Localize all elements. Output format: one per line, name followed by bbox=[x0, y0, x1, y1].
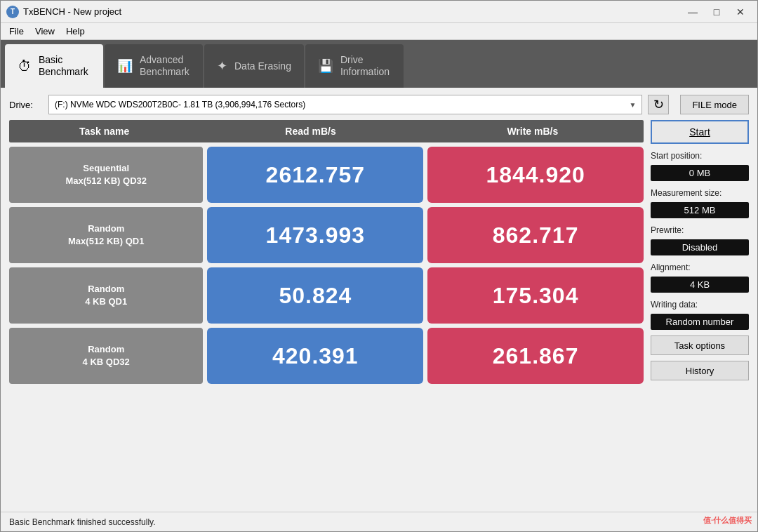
drive-select-value: (F:) NVMe WDC WDS200T2B0C- 1.81 TB (3,90… bbox=[55, 100, 630, 109]
row4-read: 420.391 bbox=[207, 328, 423, 384]
refresh-button[interactable]: ↻ bbox=[648, 95, 669, 114]
table-row: Random4 KB QD1 50.824 175.304 bbox=[9, 267, 644, 324]
alignment-value: 4 KB bbox=[651, 277, 749, 293]
data-erasing-icon: ✦ bbox=[217, 58, 227, 74]
tab-advanced-label: AdvancedBenchmark bbox=[140, 54, 190, 78]
table-header: Task name Read mB/s Write mB/s bbox=[9, 120, 644, 142]
history-button[interactable]: History bbox=[651, 361, 749, 380]
drive-dropdown-arrow: ▼ bbox=[630, 101, 637, 109]
main-content: Drive: (F:) NVMe WDC WDS200T2B0C- 1.81 T… bbox=[1, 88, 757, 512]
window-controls: — □ ✕ bbox=[681, 4, 752, 20]
advanced-benchmark-icon: 📊 bbox=[117, 58, 133, 74]
window-title: TxBENCH - New project bbox=[23, 6, 681, 17]
drive-bar: Drive: (F:) NVMe WDC WDS200T2B0C- 1.81 T… bbox=[9, 95, 749, 114]
refresh-icon: ↻ bbox=[653, 97, 664, 112]
close-button[interactable]: ✕ bbox=[729, 4, 752, 20]
tab-erasing-label: Data Erasing bbox=[234, 60, 291, 72]
tab-data-erasing[interactable]: ✦ Data Erasing bbox=[204, 44, 304, 88]
writing-data-value: Random number bbox=[651, 314, 749, 330]
tab-bar: ⏱ BasicBenchmark 📊 AdvancedBenchmark ✦ D… bbox=[1, 40, 757, 88]
sidebar: Start Start position: 0 MB Measurement s… bbox=[651, 120, 749, 505]
header-task: Task name bbox=[9, 120, 199, 142]
row2-write: 862.717 bbox=[427, 207, 644, 263]
status-text: Basic Benchmark finished successfully. bbox=[9, 517, 156, 527]
row4-write: 261.867 bbox=[427, 328, 644, 384]
maximize-button[interactable]: □ bbox=[705, 4, 728, 20]
task-options-button[interactable]: Task options bbox=[651, 335, 749, 355]
header-read: Read mB/s bbox=[199, 120, 421, 142]
tab-basic-label: BasicBenchmark bbox=[39, 54, 88, 78]
row1-read: 2612.757 bbox=[207, 147, 423, 203]
row4-label: Random4 KB QD32 bbox=[9, 328, 203, 384]
row3-write: 175.304 bbox=[427, 267, 644, 324]
row2-read: 1473.993 bbox=[207, 207, 423, 263]
row1-label: SequentialMax(512 KB) QD32 bbox=[9, 147, 203, 203]
tab-drive-label: DriveInformation bbox=[340, 54, 390, 78]
measurement-size-label: Measurement size: bbox=[651, 188, 749, 198]
menu-view[interactable]: View bbox=[29, 25, 60, 38]
basic-benchmark-icon: ⏱ bbox=[18, 58, 32, 74]
app-icon: T bbox=[6, 6, 19, 18]
header-write: Write mB/s bbox=[422, 120, 644, 142]
table-row: Random4 KB QD32 420.391 261.867 bbox=[9, 328, 644, 384]
menubar: File View Help bbox=[1, 23, 757, 40]
table-row: RandomMax(512 KB) QD1 1473.993 862.717 bbox=[9, 207, 644, 263]
benchmark-table: Task name Read mB/s Write mB/s Sequentia… bbox=[9, 120, 644, 505]
statusbar: Basic Benchmark finished successfully. bbox=[1, 512, 757, 531]
row3-label: Random4 KB QD1 bbox=[9, 267, 203, 324]
row2-label: RandomMax(512 KB) QD1 bbox=[9, 207, 203, 263]
tab-basic-benchmark[interactable]: ⏱ BasicBenchmark bbox=[5, 44, 103, 88]
start-button[interactable]: Start bbox=[651, 120, 749, 144]
start-position-label: Start position: bbox=[651, 151, 749, 161]
titlebar: T TxBENCH - New project — □ ✕ bbox=[1, 1, 757, 23]
prewrite-label: Prewrite: bbox=[651, 225, 749, 235]
benchmark-container: Task name Read mB/s Write mB/s Sequentia… bbox=[9, 120, 749, 505]
start-position-value: 0 MB bbox=[651, 165, 749, 181]
drive-label: Drive: bbox=[9, 100, 43, 110]
menu-file[interactable]: File bbox=[4, 25, 29, 38]
prewrite-value: Disabled bbox=[651, 239, 749, 255]
table-row: SequentialMax(512 KB) QD32 2612.757 1844… bbox=[9, 147, 644, 203]
tab-advanced-benchmark[interactable]: 📊 AdvancedBenchmark bbox=[105, 44, 203, 88]
row1-write: 1844.920 bbox=[427, 147, 644, 203]
menu-help[interactable]: Help bbox=[60, 25, 91, 38]
measurement-size-value: 512 MB bbox=[651, 202, 749, 218]
row3-read: 50.824 bbox=[207, 267, 423, 324]
drive-info-icon: 💾 bbox=[318, 58, 333, 74]
alignment-label: Alignment: bbox=[651, 262, 749, 272]
drive-select[interactable]: (F:) NVMe WDC WDS200T2B0C- 1.81 TB (3,90… bbox=[48, 95, 642, 114]
writing-data-label: Writing data: bbox=[651, 300, 749, 310]
tab-drive-information[interactable]: 💾 DriveInformation bbox=[305, 44, 404, 88]
file-mode-button[interactable]: FILE mode bbox=[680, 95, 749, 114]
minimize-button[interactable]: — bbox=[681, 4, 704, 20]
